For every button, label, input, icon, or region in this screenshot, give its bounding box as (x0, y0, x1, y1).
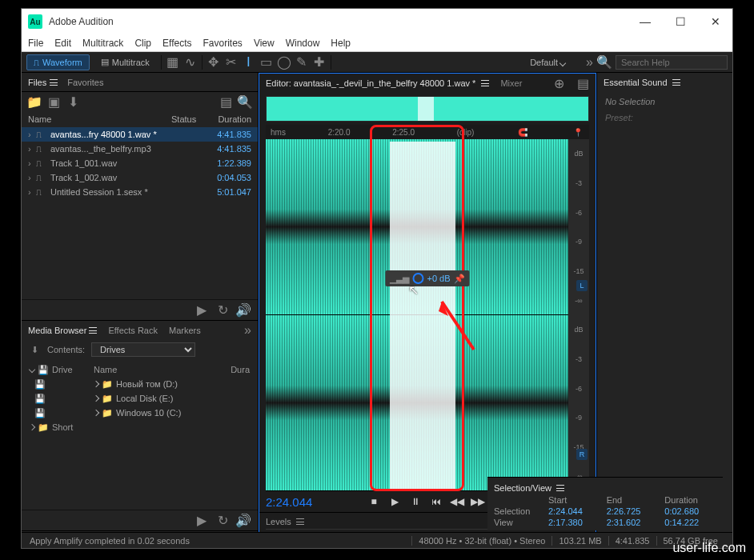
time-select-tool-icon[interactable]: Ⅰ (243, 56, 255, 69)
import-icon[interactable]: ⬇ (66, 95, 79, 108)
menu-help[interactable]: Help (331, 38, 351, 49)
folder-item[interactable]: 📁Новый том (D:) (89, 377, 255, 391)
folder-item[interactable]: 📁Local Disk (E:) (89, 391, 255, 406)
auto-play-icon[interactable]: 🔊 (237, 304, 250, 317)
tab-effects-rack[interactable]: Effects Rack (108, 326, 158, 335)
drive-item[interactable]: 💾 (25, 391, 89, 406)
gain-hud[interactable]: ▁▃▅ +0 dB 📌 (385, 270, 469, 286)
lasso-tool-icon[interactable]: ◯ (278, 56, 291, 69)
db-scale: dB-3-6-9-15-∞ L dB-3-6-9-15-∞ R (568, 139, 589, 491)
minimize-button[interactable]: — (635, 11, 656, 32)
multitrack-mode-button[interactable]: ▤ Multitrack (94, 54, 156, 70)
tab-media-browser[interactable]: Media Browser (28, 326, 97, 335)
play-icon[interactable]: ▶ (195, 514, 208, 527)
titlebar: Au Adobe Audition — ☐ ✕ (22, 9, 732, 34)
waveform-mode-button[interactable]: ⎍ Waveform (26, 54, 90, 70)
contents-dropdown[interactable]: Drives (91, 342, 195, 357)
hamburger-icon (672, 79, 680, 86)
loop-icon[interactable]: ↻ (216, 514, 229, 527)
search-icon: 🔍 (598, 56, 611, 69)
filter-icon[interactable]: ▤ (219, 95, 232, 108)
pitch-display-icon[interactable]: ∿ (184, 56, 197, 69)
editor-tab[interactable]: Editor: avantasia_-_devil_in_the_belfry … (266, 78, 489, 88)
view-start[interactable]: 2:17.380 (548, 518, 600, 527)
selection-start[interactable]: 2:24.044 (548, 506, 600, 516)
menu-window[interactable]: Window (286, 38, 320, 49)
file-row[interactable]: ›⎍Untitled Session 1.sesx *5:01.047 (22, 185, 258, 199)
workspace-dropdown[interactable]: Default (530, 58, 565, 67)
view-end[interactable]: 2:31.602 (607, 518, 659, 527)
razor-tool-icon[interactable]: ✂ (225, 56, 238, 69)
folder-item[interactable]: 📁Windows 10 (C:) (89, 406, 255, 420)
status-format: 48000 Hz • 32-bit (float) • Stereo (411, 536, 551, 546)
hamburger-icon (481, 80, 489, 86)
status-duration: 4:41.835 (608, 536, 656, 546)
menu-favorites[interactable]: Favorites (203, 38, 243, 49)
maximize-button[interactable]: ☐ (670, 11, 691, 32)
search-input[interactable] (616, 55, 728, 70)
mixer-tab[interactable]: Mixer (500, 78, 522, 88)
menu-clip[interactable]: Clip (134, 38, 151, 49)
menu-file[interactable]: File (28, 38, 43, 49)
open-file-icon[interactable]: 📁 (28, 95, 41, 108)
drive-item[interactable]: 💾 (25, 377, 89, 391)
multitrack-label: Multitrack (112, 58, 150, 67)
selection-duration[interactable]: 0:02.680 (664, 506, 716, 516)
waveform-label: Waveform (42, 58, 82, 67)
heal-tool-icon[interactable]: ✚ (313, 56, 326, 69)
tab-files[interactable]: Files (28, 78, 58, 87)
selection-view-panel: Selection/View Start End Duration Select… (487, 477, 723, 530)
menu-effects[interactable]: Effects (162, 38, 191, 49)
channel-l-badge[interactable]: L (576, 280, 588, 291)
loop-icon[interactable]: ↻ (216, 304, 229, 317)
file-row[interactable]: ›⎍Track 1_001.wav1:22.389 (22, 156, 258, 170)
play-button[interactable]: ▶ (387, 494, 402, 509)
brush-tool-icon[interactable]: ✎ (295, 56, 308, 69)
marquee-tool-icon[interactable]: ▭ (260, 56, 273, 69)
tab-markers[interactable]: Markers (169, 326, 201, 335)
hamburger-icon (296, 518, 304, 525)
skip-back-button[interactable]: ⏮ (429, 494, 443, 509)
file-list-header: Name Status Duration (22, 111, 258, 127)
new-file-icon[interactable]: ▣ (47, 95, 60, 108)
selection-end[interactable]: 2:26.725 (607, 506, 659, 516)
rewind-button[interactable]: ◀◀ (450, 494, 464, 509)
tab-favorites[interactable]: Favorites (67, 78, 103, 87)
menu-edit[interactable]: Edit (54, 38, 71, 49)
search-files-icon[interactable]: 🔍 (239, 95, 251, 108)
channel-r-badge[interactable]: R (576, 449, 588, 460)
cursor-pointer-icon: ↖ (408, 282, 419, 298)
pin-icon[interactable]: 📌 (454, 274, 465, 284)
forward-button[interactable]: ▶▶ (471, 494, 485, 509)
status-message: Apply Amplify completed in 0.02 seconds (30, 536, 411, 546)
view-duration[interactable]: 0:14.222 (664, 518, 716, 527)
move-tool-icon[interactable]: ✥ (207, 56, 220, 69)
app-icon: Au (28, 14, 42, 29)
file-row[interactable]: ›⎍avantas..._the_belfry.mp34:41.835 (22, 142, 258, 156)
view-options-icon[interactable]: ⊕ (552, 77, 565, 90)
panel-menu-icon[interactable]: ▤ (576, 77, 589, 90)
timecode-display[interactable]: 2:24.044 (266, 495, 360, 509)
hamburger-icon (50, 79, 58, 86)
close-button[interactable]: ✕ (705, 11, 726, 32)
overview-waveform[interactable] (266, 96, 589, 122)
levels-title: Levels (266, 517, 291, 526)
waveform-editor[interactable]: hms 2:20.0 2:25.0 (clip) 🧲 📍 dB-3-6-9-15… (266, 125, 589, 491)
snap-icon[interactable]: 🧲 (516, 126, 529, 138)
stop-button[interactable]: ■ (367, 494, 381, 509)
play-icon[interactable]: ▶ (195, 304, 208, 317)
pin-icon[interactable]: 📍 (572, 126, 584, 138)
essential-sound-title: Essential Sound (604, 78, 668, 87)
import-media-icon[interactable]: ⬇ (28, 343, 41, 356)
menu-view[interactable]: View (254, 38, 275, 49)
auto-play-icon[interactable]: 🔊 (237, 514, 250, 527)
pause-button[interactable]: ⏸ (408, 494, 423, 509)
menu-multitrack[interactable]: Multitrack (82, 38, 123, 49)
status-memory: 103.21 MB (551, 536, 608, 546)
drive-item[interactable]: 💾 (25, 406, 89, 420)
file-row[interactable]: ›⎍Track 1_002.wav0:04.053 (22, 170, 258, 185)
spectral-display-icon[interactable]: ▦ (166, 56, 179, 69)
app-title: Adobe Audition (49, 16, 635, 27)
annotation-arrow (434, 294, 482, 361)
file-row[interactable]: ›⎍avantas...fry 48000 1.wav *4:41.835 (22, 127, 258, 142)
